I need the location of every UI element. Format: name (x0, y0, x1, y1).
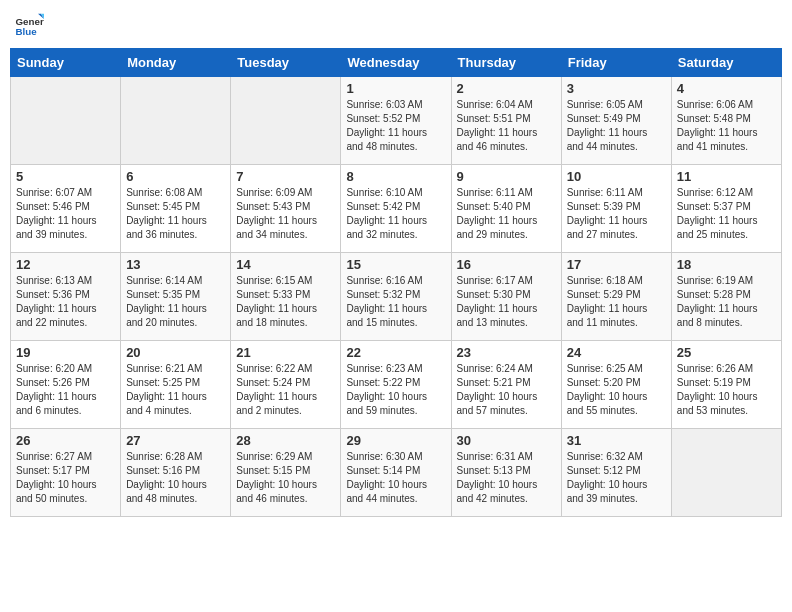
day-info: Sunrise: 6:11 AM Sunset: 5:40 PM Dayligh… (457, 186, 556, 242)
day-info: Sunrise: 6:28 AM Sunset: 5:16 PM Dayligh… (126, 450, 225, 506)
day-number: 29 (346, 433, 445, 448)
day-info: Sunrise: 6:24 AM Sunset: 5:21 PM Dayligh… (457, 362, 556, 418)
day-info: Sunrise: 6:10 AM Sunset: 5:42 PM Dayligh… (346, 186, 445, 242)
day-number: 9 (457, 169, 556, 184)
day-number: 3 (567, 81, 666, 96)
day-number: 14 (236, 257, 335, 272)
week-row-5: 26Sunrise: 6:27 AM Sunset: 5:17 PM Dayli… (11, 429, 782, 517)
day-info: Sunrise: 6:21 AM Sunset: 5:25 PM Dayligh… (126, 362, 225, 418)
day-info: Sunrise: 6:13 AM Sunset: 5:36 PM Dayligh… (16, 274, 115, 330)
day-number: 28 (236, 433, 335, 448)
day-info: Sunrise: 6:26 AM Sunset: 5:19 PM Dayligh… (677, 362, 776, 418)
day-info: Sunrise: 6:04 AM Sunset: 5:51 PM Dayligh… (457, 98, 556, 154)
day-info: Sunrise: 6:30 AM Sunset: 5:14 PM Dayligh… (346, 450, 445, 506)
day-cell: 24Sunrise: 6:25 AM Sunset: 5:20 PM Dayli… (561, 341, 671, 429)
day-number: 13 (126, 257, 225, 272)
day-cell: 12Sunrise: 6:13 AM Sunset: 5:36 PM Dayli… (11, 253, 121, 341)
day-info: Sunrise: 6:12 AM Sunset: 5:37 PM Dayligh… (677, 186, 776, 242)
day-info: Sunrise: 6:08 AM Sunset: 5:45 PM Dayligh… (126, 186, 225, 242)
week-row-2: 5Sunrise: 6:07 AM Sunset: 5:46 PM Daylig… (11, 165, 782, 253)
logo: General Blue (14, 10, 44, 40)
day-number: 4 (677, 81, 776, 96)
day-info: Sunrise: 6:18 AM Sunset: 5:29 PM Dayligh… (567, 274, 666, 330)
day-cell: 8Sunrise: 6:10 AM Sunset: 5:42 PM Daylig… (341, 165, 451, 253)
day-number: 24 (567, 345, 666, 360)
day-number: 16 (457, 257, 556, 272)
day-info: Sunrise: 6:31 AM Sunset: 5:13 PM Dayligh… (457, 450, 556, 506)
calendar-table: SundayMondayTuesdayWednesdayThursdayFrid… (10, 48, 782, 517)
day-info: Sunrise: 6:19 AM Sunset: 5:28 PM Dayligh… (677, 274, 776, 330)
day-cell: 13Sunrise: 6:14 AM Sunset: 5:35 PM Dayli… (121, 253, 231, 341)
day-cell: 19Sunrise: 6:20 AM Sunset: 5:26 PM Dayli… (11, 341, 121, 429)
weekday-header-sunday: Sunday (11, 49, 121, 77)
week-row-1: 1Sunrise: 6:03 AM Sunset: 5:52 PM Daylig… (11, 77, 782, 165)
day-number: 12 (16, 257, 115, 272)
day-number: 30 (457, 433, 556, 448)
day-info: Sunrise: 6:14 AM Sunset: 5:35 PM Dayligh… (126, 274, 225, 330)
day-info: Sunrise: 6:23 AM Sunset: 5:22 PM Dayligh… (346, 362, 445, 418)
day-cell (121, 77, 231, 165)
day-number: 5 (16, 169, 115, 184)
day-number: 11 (677, 169, 776, 184)
day-cell: 16Sunrise: 6:17 AM Sunset: 5:30 PM Dayli… (451, 253, 561, 341)
day-cell: 3Sunrise: 6:05 AM Sunset: 5:49 PM Daylig… (561, 77, 671, 165)
day-info: Sunrise: 6:29 AM Sunset: 5:15 PM Dayligh… (236, 450, 335, 506)
day-cell: 2Sunrise: 6:04 AM Sunset: 5:51 PM Daylig… (451, 77, 561, 165)
svg-text:Blue: Blue (16, 26, 38, 37)
day-info: Sunrise: 6:20 AM Sunset: 5:26 PM Dayligh… (16, 362, 115, 418)
weekday-header-friday: Friday (561, 49, 671, 77)
day-cell: 11Sunrise: 6:12 AM Sunset: 5:37 PM Dayli… (671, 165, 781, 253)
day-cell: 20Sunrise: 6:21 AM Sunset: 5:25 PM Dayli… (121, 341, 231, 429)
day-number: 17 (567, 257, 666, 272)
day-cell: 26Sunrise: 6:27 AM Sunset: 5:17 PM Dayli… (11, 429, 121, 517)
day-info: Sunrise: 6:09 AM Sunset: 5:43 PM Dayligh… (236, 186, 335, 242)
day-cell: 18Sunrise: 6:19 AM Sunset: 5:28 PM Dayli… (671, 253, 781, 341)
day-cell: 9Sunrise: 6:11 AM Sunset: 5:40 PM Daylig… (451, 165, 561, 253)
day-cell: 28Sunrise: 6:29 AM Sunset: 5:15 PM Dayli… (231, 429, 341, 517)
weekday-header-monday: Monday (121, 49, 231, 77)
day-info: Sunrise: 6:07 AM Sunset: 5:46 PM Dayligh… (16, 186, 115, 242)
day-cell: 15Sunrise: 6:16 AM Sunset: 5:32 PM Dayli… (341, 253, 451, 341)
day-info: Sunrise: 6:25 AM Sunset: 5:20 PM Dayligh… (567, 362, 666, 418)
day-number: 23 (457, 345, 556, 360)
weekday-header-saturday: Saturday (671, 49, 781, 77)
day-number: 22 (346, 345, 445, 360)
day-cell: 17Sunrise: 6:18 AM Sunset: 5:29 PM Dayli… (561, 253, 671, 341)
day-cell: 10Sunrise: 6:11 AM Sunset: 5:39 PM Dayli… (561, 165, 671, 253)
day-number: 19 (16, 345, 115, 360)
day-cell: 30Sunrise: 6:31 AM Sunset: 5:13 PM Dayli… (451, 429, 561, 517)
day-info: Sunrise: 6:17 AM Sunset: 5:30 PM Dayligh… (457, 274, 556, 330)
day-cell: 1Sunrise: 6:03 AM Sunset: 5:52 PM Daylig… (341, 77, 451, 165)
day-number: 15 (346, 257, 445, 272)
day-number: 2 (457, 81, 556, 96)
day-number: 21 (236, 345, 335, 360)
day-number: 27 (126, 433, 225, 448)
logo-icon: General Blue (14, 10, 44, 40)
day-cell: 21Sunrise: 6:22 AM Sunset: 5:24 PM Dayli… (231, 341, 341, 429)
day-cell: 31Sunrise: 6:32 AM Sunset: 5:12 PM Dayli… (561, 429, 671, 517)
day-cell: 27Sunrise: 6:28 AM Sunset: 5:16 PM Dayli… (121, 429, 231, 517)
day-info: Sunrise: 6:15 AM Sunset: 5:33 PM Dayligh… (236, 274, 335, 330)
day-info: Sunrise: 6:03 AM Sunset: 5:52 PM Dayligh… (346, 98, 445, 154)
day-info: Sunrise: 6:16 AM Sunset: 5:32 PM Dayligh… (346, 274, 445, 330)
day-info: Sunrise: 6:06 AM Sunset: 5:48 PM Dayligh… (677, 98, 776, 154)
day-cell: 4Sunrise: 6:06 AM Sunset: 5:48 PM Daylig… (671, 77, 781, 165)
day-info: Sunrise: 6:27 AM Sunset: 5:17 PM Dayligh… (16, 450, 115, 506)
day-cell (11, 77, 121, 165)
day-cell: 25Sunrise: 6:26 AM Sunset: 5:19 PM Dayli… (671, 341, 781, 429)
day-cell: 7Sunrise: 6:09 AM Sunset: 5:43 PM Daylig… (231, 165, 341, 253)
day-cell: 22Sunrise: 6:23 AM Sunset: 5:22 PM Dayli… (341, 341, 451, 429)
day-number: 6 (126, 169, 225, 184)
day-cell: 29Sunrise: 6:30 AM Sunset: 5:14 PM Dayli… (341, 429, 451, 517)
day-cell: 5Sunrise: 6:07 AM Sunset: 5:46 PM Daylig… (11, 165, 121, 253)
weekday-header-tuesday: Tuesday (231, 49, 341, 77)
day-cell (671, 429, 781, 517)
day-cell: 14Sunrise: 6:15 AM Sunset: 5:33 PM Dayli… (231, 253, 341, 341)
weekday-header-row: SundayMondayTuesdayWednesdayThursdayFrid… (11, 49, 782, 77)
day-info: Sunrise: 6:11 AM Sunset: 5:39 PM Dayligh… (567, 186, 666, 242)
day-info: Sunrise: 6:32 AM Sunset: 5:12 PM Dayligh… (567, 450, 666, 506)
day-number: 18 (677, 257, 776, 272)
day-info: Sunrise: 6:05 AM Sunset: 5:49 PM Dayligh… (567, 98, 666, 154)
day-info: Sunrise: 6:22 AM Sunset: 5:24 PM Dayligh… (236, 362, 335, 418)
week-row-4: 19Sunrise: 6:20 AM Sunset: 5:26 PM Dayli… (11, 341, 782, 429)
